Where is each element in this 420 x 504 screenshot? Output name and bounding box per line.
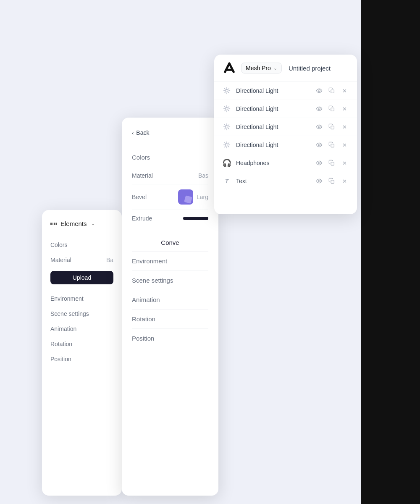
svg-point-31: [318, 126, 320, 128]
project-name: Untitled project: [289, 65, 331, 72]
svg-line-40: [228, 143, 229, 144]
svg-rect-10: [331, 90, 334, 93]
convert-button[interactable]: Conve: [132, 234, 208, 252]
scene-item-name-text: Text: [236, 178, 310, 184]
svg-line-41: [225, 147, 226, 147]
main-panel-header: Mesh Pro ⌄ Untitled project: [214, 55, 357, 82]
visibility-icon-3[interactable]: [315, 123, 323, 131]
scene-item-actions-3: ✕: [315, 123, 349, 131]
close-icon-1[interactable]: ✕: [340, 87, 349, 95]
visibility-icon-headphones[interactable]: [315, 159, 323, 167]
directional-light-icon-3: [223, 123, 231, 131]
mid-bevel-value: Larg: [197, 194, 208, 200]
close-icon-4[interactable]: ✕: [340, 141, 349, 149]
scene-item-name-light-2: Directional Light: [236, 105, 310, 112]
product-badge[interactable]: Mesh Pro ⌄: [241, 63, 282, 74]
mid-extrude-row[interactable]: Extrude: [132, 210, 208, 227]
adobe-logo: [223, 61, 236, 75]
svg-point-46: [318, 180, 320, 182]
nav-animation-left[interactable]: Animation: [50, 321, 113, 336]
visibility-icon-4[interactable]: [315, 141, 323, 149]
mid-colors[interactable]: Colors: [132, 148, 208, 167]
close-icon-2[interactable]: ✕: [340, 105, 349, 113]
svg-line-29: [228, 125, 229, 126]
directional-light-icon-4: [223, 141, 231, 149]
svg-rect-45: [331, 162, 334, 165]
svg-point-22: [226, 126, 228, 128]
close-icon-3[interactable]: ✕: [340, 123, 349, 131]
mid-material-row[interactable]: Material Bas: [132, 167, 208, 184]
nav-material-left[interactable]: Material Ba: [50, 252, 113, 268]
mid-animation[interactable]: Animation: [132, 290, 208, 310]
svg-line-30: [225, 129, 226, 129]
extrude-slider[interactable]: [183, 217, 208, 220]
visibility-icon-1[interactable]: [315, 87, 323, 95]
visibility-icon-text[interactable]: [315, 177, 323, 185]
elements-label: Elements: [60, 220, 87, 227]
nav-position-left[interactable]: Position: [50, 352, 113, 367]
directional-light-icon-1: [223, 87, 231, 95]
svg-line-19: [225, 110, 226, 111]
copy-icon-3[interactable]: [328, 123, 336, 131]
scene-item-light-3[interactable]: Directional Light ✕: [214, 118, 357, 136]
mid-material-label: Material: [132, 172, 153, 179]
visibility-icon-2[interactable]: [315, 105, 323, 113]
copy-icon-2[interactable]: [328, 105, 336, 113]
scene-item-headphones[interactable]: 🎧 Headphones ✕: [214, 154, 357, 172]
svg-line-16: [225, 107, 226, 108]
svg-point-42: [318, 144, 320, 146]
text-icon: T: [223, 177, 231, 185]
main-panel: Mesh Pro ⌄ Untitled project D: [214, 55, 357, 214]
scene-item-light-1[interactable]: Directional Light ✕: [214, 82, 357, 100]
scene-item-actions-headphones: ✕: [315, 159, 349, 167]
scene-item-actions-2: ✕: [315, 105, 349, 113]
elements-header[interactable]: Elements ⌄: [50, 220, 113, 227]
mid-rotation[interactable]: Rotation: [132, 310, 208, 329]
left-panel: Elements ⌄ Colors Material Ba Upload Env…: [42, 210, 122, 496]
mid-bevel-label: Bevel: [132, 194, 147, 200]
close-icon-headphones[interactable]: ✕: [340, 159, 349, 167]
scene-item-text[interactable]: T Text ✕: [214, 172, 357, 190]
scene-item-name-light-3: Directional Light: [236, 123, 310, 130]
close-icon-text[interactable]: ✕: [340, 177, 349, 185]
mid-bevel-row[interactable]: Bevel Larg: [132, 184, 208, 210]
scene-item-actions-text: ✕: [315, 177, 349, 185]
svg-line-7: [228, 89, 229, 89]
mid-scene-settings[interactable]: Scene settings: [132, 271, 208, 290]
nav-colors-left[interactable]: Colors: [50, 237, 113, 252]
scene-item-actions-4: ✕: [315, 141, 349, 149]
nav-rotation-left[interactable]: Rotation: [50, 336, 113, 352]
copy-icon-text[interactable]: [328, 177, 336, 185]
svg-rect-43: [331, 144, 334, 147]
svg-rect-47: [331, 180, 334, 183]
svg-line-17: [228, 110, 229, 111]
grid-icon: [50, 220, 57, 227]
back-label: Back: [136, 129, 149, 136]
mid-panel: ‹ Back Colors Material Bas Bevel Larg Ex…: [122, 118, 218, 496]
mid-material-value: Bas: [198, 172, 208, 179]
svg-point-44: [318, 162, 320, 164]
svg-point-33: [226, 144, 228, 146]
svg-point-0: [226, 89, 228, 92]
material-label: Material: [50, 257, 71, 263]
copy-icon-4[interactable]: [328, 141, 336, 149]
mid-position[interactable]: Position: [132, 329, 208, 348]
mid-environment[interactable]: Environment: [132, 252, 208, 271]
copy-icon-headphones[interactable]: [328, 159, 336, 167]
svg-line-39: [228, 147, 229, 147]
back-chevron-icon: ‹: [132, 130, 134, 136]
svg-line-27: [225, 125, 226, 126]
nav-scene-settings-left[interactable]: Scene settings: [50, 306, 113, 321]
scene-item-light-2[interactable]: Directional Light ✕: [214, 100, 357, 118]
material-value: Ba: [106, 257, 113, 263]
scene-item-actions-1: ✕: [315, 87, 349, 95]
back-button[interactable]: ‹ Back: [132, 129, 208, 136]
scene-item-light-4[interactable]: Directional Light ✕: [214, 136, 357, 154]
nav-environment-left[interactable]: Environment: [50, 291, 113, 306]
mid-extrude-label: Extrude: [132, 215, 152, 222]
upload-button[interactable]: Upload: [50, 271, 113, 284]
copy-icon-1[interactable]: [328, 87, 336, 95]
directional-light-icon-2: [223, 105, 231, 113]
bevel-icon: [178, 189, 193, 205]
scene-item-name-light-4: Directional Light: [236, 142, 310, 148]
